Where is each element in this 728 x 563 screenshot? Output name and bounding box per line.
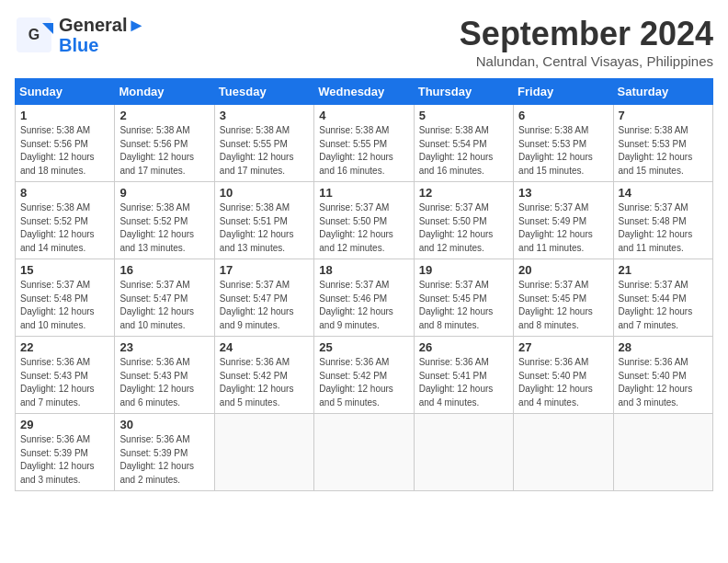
day-cell-11: 11Sunrise: 5:37 AM Sunset: 5:50 PM Dayli…	[314, 182, 414, 259]
day-detail: Sunrise: 5:38 AM Sunset: 5:51 PM Dayligh…	[220, 201, 309, 255]
day-cell-23: 23Sunrise: 5:36 AM Sunset: 5:43 PM Dayli…	[115, 337, 214, 414]
day-number: 11	[319, 186, 408, 200]
day-cell-12: 12Sunrise: 5:37 AM Sunset: 5:50 PM Dayli…	[414, 182, 513, 259]
day-number: 7	[619, 109, 708, 122]
day-cell-4: 4Sunrise: 5:38 AM Sunset: 5:55 PM Daylig…	[314, 105, 414, 182]
day-cell-18: 18Sunrise: 5:37 AM Sunset: 5:46 PM Dayli…	[314, 259, 414, 337]
calendar-week-1: 1Sunrise: 5:38 AM Sunset: 5:56 PM Daylig…	[16, 105, 713, 182]
empty-cell	[613, 414, 712, 491]
calendar-table: SundayMondayTuesdayWednesdayThursdayFrid…	[15, 78, 713, 491]
day-number: 2	[119, 109, 209, 122]
column-header-tuesday: Tuesday	[214, 79, 313, 105]
day-cell-7: 7Sunrise: 5:38 AM Sunset: 5:53 PM Daylig…	[613, 105, 712, 182]
day-cell-28: 28Sunrise: 5:36 AM Sunset: 5:40 PM Dayli…	[613, 337, 712, 414]
day-cell-21: 21Sunrise: 5:37 AM Sunset: 5:44 PM Dayli…	[613, 259, 712, 337]
day-number: 17	[220, 263, 309, 277]
day-cell-16: 16Sunrise: 5:37 AM Sunset: 5:47 PM Dayli…	[115, 259, 214, 337]
day-number: 14	[619, 186, 708, 200]
day-number: 1	[20, 109, 109, 122]
day-detail: Sunrise: 5:38 AM Sunset: 5:55 PM Dayligh…	[319, 124, 408, 178]
day-detail: Sunrise: 5:36 AM Sunset: 5:42 PM Dayligh…	[319, 356, 408, 409]
day-cell-24: 24Sunrise: 5:36 AM Sunset: 5:42 PM Dayli…	[214, 337, 313, 414]
calendar-header-row: SundayMondayTuesdayWednesdayThursdayFrid…	[16, 79, 713, 105]
column-header-monday: Monday	[115, 79, 214, 105]
day-cell-22: 22Sunrise: 5:36 AM Sunset: 5:43 PM Dayli…	[16, 337, 115, 414]
day-number: 6	[518, 109, 608, 122]
day-number: 27	[518, 340, 608, 354]
day-detail: Sunrise: 5:36 AM Sunset: 5:41 PM Dayligh…	[419, 356, 508, 409]
day-number: 28	[619, 340, 708, 354]
day-detail: Sunrise: 5:38 AM Sunset: 5:56 PM Dayligh…	[119, 124, 209, 178]
day-detail: Sunrise: 5:37 AM Sunset: 5:49 PM Dayligh…	[518, 201, 608, 255]
calendar-week-5: 29Sunrise: 5:36 AM Sunset: 5:39 PM Dayli…	[16, 414, 713, 491]
calendar-week-3: 15Sunrise: 5:37 AM Sunset: 5:48 PM Dayli…	[16, 259, 713, 337]
day-number: 12	[419, 186, 508, 200]
day-detail: Sunrise: 5:37 AM Sunset: 5:44 PM Dayligh…	[619, 279, 708, 332]
day-number: 30	[119, 418, 209, 431]
day-detail: Sunrise: 5:38 AM Sunset: 5:52 PM Dayligh…	[119, 201, 209, 255]
empty-cell	[214, 414, 313, 491]
location: Nalundan, Central Visayas, Philippines	[460, 53, 713, 69]
day-number: 4	[319, 109, 408, 122]
day-number: 20	[518, 263, 608, 277]
day-number: 25	[319, 340, 408, 354]
day-cell-25: 25Sunrise: 5:36 AM Sunset: 5:42 PM Dayli…	[314, 337, 414, 414]
day-cell-20: 20Sunrise: 5:37 AM Sunset: 5:45 PM Dayli…	[514, 259, 613, 337]
day-number: 29	[20, 418, 109, 431]
day-detail: Sunrise: 5:37 AM Sunset: 5:47 PM Dayligh…	[119, 279, 209, 332]
day-cell-30: 30Sunrise: 5:36 AM Sunset: 5:39 PM Dayli…	[115, 414, 214, 491]
day-cell-3: 3Sunrise: 5:38 AM Sunset: 5:55 PM Daylig…	[214, 105, 313, 182]
day-detail: Sunrise: 5:38 AM Sunset: 5:56 PM Dayligh…	[20, 124, 109, 178]
title-block: September 2024 Nalundan, Central Visayas…	[460, 15, 713, 69]
day-detail: Sunrise: 5:37 AM Sunset: 5:45 PM Dayligh…	[419, 279, 508, 332]
day-cell-26: 26Sunrise: 5:36 AM Sunset: 5:41 PM Dayli…	[414, 337, 513, 414]
day-detail: Sunrise: 5:36 AM Sunset: 5:40 PM Dayligh…	[518, 356, 608, 409]
empty-cell	[314, 414, 414, 491]
day-number: 10	[220, 186, 309, 200]
month-year: September 2024	[460, 15, 713, 53]
day-detail: Sunrise: 5:37 AM Sunset: 5:46 PM Dayligh…	[319, 279, 408, 332]
day-cell-8: 8Sunrise: 5:38 AM Sunset: 5:52 PM Daylig…	[16, 182, 115, 259]
day-detail: Sunrise: 5:37 AM Sunset: 5:48 PM Dayligh…	[619, 201, 708, 255]
day-cell-29: 29Sunrise: 5:36 AM Sunset: 5:39 PM Dayli…	[16, 414, 115, 491]
day-cell-15: 15Sunrise: 5:37 AM Sunset: 5:48 PM Dayli…	[16, 259, 115, 337]
logo: G General► Blue	[15, 15, 145, 55]
day-number: 21	[619, 263, 708, 277]
day-cell-6: 6Sunrise: 5:38 AM Sunset: 5:53 PM Daylig…	[514, 105, 613, 182]
day-number: 5	[419, 109, 508, 122]
page-header: G General► Blue September 2024 Nalundan,…	[15, 15, 713, 69]
day-number: 3	[220, 109, 309, 122]
day-cell-5: 5Sunrise: 5:38 AM Sunset: 5:54 PM Daylig…	[414, 105, 513, 182]
day-detail: Sunrise: 5:36 AM Sunset: 5:40 PM Dayligh…	[619, 356, 708, 409]
day-number: 26	[419, 340, 508, 354]
day-number: 9	[119, 186, 209, 200]
empty-cell	[414, 414, 513, 491]
day-number: 18	[319, 263, 408, 277]
day-cell-1: 1Sunrise: 5:38 AM Sunset: 5:56 PM Daylig…	[16, 105, 115, 182]
day-detail: Sunrise: 5:36 AM Sunset: 5:39 PM Dayligh…	[20, 433, 109, 487]
column-header-friday: Friday	[514, 79, 613, 105]
svg-text:G: G	[28, 27, 40, 42]
day-detail: Sunrise: 5:36 AM Sunset: 5:43 PM Dayligh…	[20, 356, 109, 409]
day-detail: Sunrise: 5:37 AM Sunset: 5:45 PM Dayligh…	[518, 279, 608, 332]
logo-icon: G	[15, 16, 53, 54]
day-cell-19: 19Sunrise: 5:37 AM Sunset: 5:45 PM Dayli…	[414, 259, 513, 337]
day-number: 19	[419, 263, 508, 277]
day-detail: Sunrise: 5:37 AM Sunset: 5:48 PM Dayligh…	[20, 279, 109, 332]
day-cell-13: 13Sunrise: 5:37 AM Sunset: 5:49 PM Dayli…	[514, 182, 613, 259]
empty-cell	[514, 414, 613, 491]
day-detail: Sunrise: 5:38 AM Sunset: 5:55 PM Dayligh…	[220, 124, 309, 178]
column-header-thursday: Thursday	[414, 79, 513, 105]
day-detail: Sunrise: 5:37 AM Sunset: 5:50 PM Dayligh…	[419, 201, 508, 255]
column-header-wednesday: Wednesday	[314, 79, 414, 105]
logo-text: General► Blue	[59, 15, 145, 55]
day-detail: Sunrise: 5:38 AM Sunset: 5:53 PM Dayligh…	[619, 124, 708, 178]
day-cell-17: 17Sunrise: 5:37 AM Sunset: 5:47 PM Dayli…	[214, 259, 313, 337]
day-detail: Sunrise: 5:36 AM Sunset: 5:39 PM Dayligh…	[119, 433, 209, 487]
day-detail: Sunrise: 5:38 AM Sunset: 5:52 PM Dayligh…	[20, 201, 109, 255]
day-detail: Sunrise: 5:38 AM Sunset: 5:54 PM Dayligh…	[419, 124, 508, 178]
day-detail: Sunrise: 5:38 AM Sunset: 5:53 PM Dayligh…	[518, 124, 608, 178]
day-number: 15	[20, 263, 109, 277]
day-number: 13	[518, 186, 608, 200]
day-number: 8	[20, 186, 109, 200]
